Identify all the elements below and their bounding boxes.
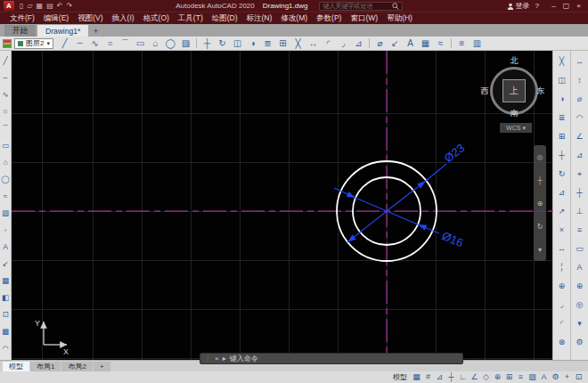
- inner-diameter-dim-line[interactable]: [334, 188, 355, 198]
- angular-dimension-icon[interactable]: ∠: [576, 127, 583, 146]
- menu-item[interactable]: 标注(N): [242, 13, 277, 24]
- polar-tracking-icon[interactable]: ∠: [469, 371, 480, 383]
- undo-icon[interactable]: ↶: [57, 1, 63, 11]
- tab-layout1[interactable]: 布局1: [30, 362, 61, 371]
- center-mark-icon[interactable]: ⌖: [577, 165, 582, 183]
- offset-tool-icon[interactable]: ≣: [559, 109, 566, 127]
- spline-tool-icon[interactable]: ≈: [4, 188, 8, 205]
- fillet-tool-icon[interactable]: ◜: [321, 37, 336, 50]
- text-tool-icon[interactable]: A: [403, 37, 418, 50]
- arc-tool-icon[interactable]: ⌒: [2, 120, 10, 137]
- grid-display-icon[interactable]: ▦: [411, 371, 422, 383]
- search-input[interactable]: [323, 3, 390, 9]
- polyline-icon[interactable]: ∿: [87, 37, 102, 50]
- workspace-switching-icon[interactable]: ⚙: [550, 371, 561, 383]
- tab-start[interactable]: 开始: [4, 25, 36, 37]
- mirror-tool-icon[interactable]: ◑: [559, 90, 564, 109]
- transparency-icon[interactable]: ▨: [527, 371, 538, 383]
- chamfer-tool-icon[interactable]: ◞: [336, 37, 351, 50]
- tab-drawing1[interactable]: Drawing1*: [37, 25, 88, 37]
- stretch-tool-icon[interactable]: ↗: [559, 202, 566, 221]
- line-tool-icon[interactable]: ╱: [57, 37, 72, 50]
- viewcube-top-face[interactable]: 上: [502, 79, 526, 102]
- sign-in-button[interactable]: 登录: [507, 1, 530, 11]
- line-tool-icon[interactable]: ╱: [3, 53, 7, 69]
- block-tool-icon[interactable]: ◧: [2, 289, 9, 306]
- pan-icon[interactable]: ┼: [537, 176, 543, 184]
- match-properties-icon[interactable]: ▥: [470, 37, 485, 50]
- annotation-visibility-icon[interactable]: A: [538, 371, 550, 383]
- menu-item[interactable]: 文件(F): [5, 13, 39, 24]
- object-snap-tracking-icon[interactable]: ⊕: [492, 371, 503, 383]
- plot-icon[interactable]: ▤: [46, 1, 53, 11]
- quick-dimension-icon[interactable]: ⊕: [576, 277, 584, 296]
- infer-constraints-icon[interactable]: ⊿: [434, 371, 445, 383]
- ellipse-tool-icon[interactable]: ◯: [163, 37, 178, 50]
- snap-mode-icon[interactable]: #: [422, 371, 434, 383]
- outer-diameter-dim-extension[interactable]: [426, 164, 446, 181]
- minimize-button[interactable]: –: [548, 1, 559, 11]
- menu-item[interactable]: 绘图(D): [208, 13, 242, 24]
- tab-model[interactable]: 模型: [3, 362, 29, 371]
- properties-icon[interactable]: ≡: [454, 37, 470, 50]
- maximize-button[interactable]: ▢: [560, 1, 572, 11]
- explode-tool-icon[interactable]: ⊗: [559, 333, 566, 352]
- join-tool-icon[interactable]: ⊕: [559, 277, 566, 296]
- ordinate-dimension-icon[interactable]: ⊿: [576, 146, 584, 165]
- dimension-style-icon[interactable]: ≡: [577, 221, 582, 240]
- break-tool-icon[interactable]: ╎: [559, 258, 564, 277]
- inner-diameter-dim-line[interactable]: [418, 224, 439, 233]
- clean-screen-icon[interactable]: ⊡: [573, 371, 584, 383]
- circle-tool-icon[interactable]: ○: [3, 103, 7, 120]
- menu-item[interactable]: 帮助(H): [382, 13, 417, 24]
- text-tool-icon[interactable]: A: [3, 239, 8, 256]
- arc-tool-icon[interactable]: ⌒: [118, 37, 133, 50]
- chamfer-tool-icon[interactable]: ◞: [560, 296, 564, 314]
- menu-item[interactable]: 工具(T): [174, 13, 208, 24]
- menu-item[interactable]: 编辑(E): [39, 13, 73, 24]
- multileader-tool-icon[interactable]: ↙: [2, 256, 8, 273]
- arc-length-dimension-icon[interactable]: ◠: [576, 109, 584, 127]
- menu-item[interactable]: 窗口(W): [346, 13, 382, 24]
- trim-tool-icon[interactable]: ×: [559, 221, 564, 240]
- application-menu-button[interactable]: A: [4, 1, 14, 11]
- leader-tool-icon[interactable]: ↙: [388, 37, 403, 50]
- help-button[interactable]: ?: [533, 2, 542, 10]
- scale-tool-icon[interactable]: ⊿: [559, 183, 566, 202]
- dimension-tool-icon[interactable]: ⌀: [372, 37, 388, 50]
- fillet-tool-icon[interactable]: ◜: [560, 314, 564, 333]
- toolbar-separator[interactable]: [451, 38, 452, 48]
- show-motion-icon[interactable]: ▾: [538, 246, 542, 254]
- rotate-tool-icon[interactable]: ↻: [215, 37, 230, 50]
- menu-item[interactable]: 插入(I): [108, 13, 139, 24]
- rectangle-tool-icon[interactable]: ▭: [2, 137, 9, 154]
- new-drawing-tab-button[interactable]: +: [90, 25, 102, 37]
- dynamic-input-icon[interactable]: ┼: [445, 371, 457, 383]
- region-tool-icon[interactable]: ▩: [2, 323, 9, 340]
- save-file-icon[interactable]: ▦: [37, 1, 44, 11]
- circle-tool-icon[interactable]: ○: [102, 37, 118, 50]
- copy-tool-icon[interactable]: ◫: [558, 71, 566, 90]
- search-icon[interactable]: [392, 3, 399, 10]
- lineweight-icon[interactable]: ≡: [515, 371, 527, 383]
- move-tool-icon[interactable]: ┼: [200, 37, 215, 50]
- aligned-dimension-icon[interactable]: ↕: [577, 71, 582, 90]
- annotation-monitor-icon[interactable]: +: [561, 371, 573, 383]
- search-box[interactable]: [319, 2, 403, 11]
- polygon-tool-icon[interactable]: ⌂: [148, 37, 163, 50]
- object-snap-icon[interactable]: ⊞: [503, 371, 515, 383]
- redo-icon[interactable]: ↷: [66, 1, 72, 11]
- command-prompt[interactable]: 键入命令: [230, 354, 258, 363]
- close-icon[interactable]: ×: [215, 354, 219, 363]
- full-navigation-wheel-icon[interactable]: ◎: [536, 153, 543, 161]
- copy-tool-icon[interactable]: ◫: [230, 37, 245, 50]
- linear-dimension-icon[interactable]: ↔: [576, 53, 584, 71]
- construction-line-icon[interactable]: ╌: [72, 37, 87, 50]
- trim-tool-icon[interactable]: ╳: [290, 37, 306, 50]
- construction-line-icon[interactable]: ╌: [3, 69, 7, 86]
- zoom-icon[interactable]: ⊕: [537, 200, 543, 208]
- offset-tool-icon[interactable]: ≣: [260, 37, 275, 50]
- hatch-tool-icon[interactable]: ▨: [2, 205, 9, 222]
- hatch-tool-icon[interactable]: ▨: [178, 37, 193, 50]
- orbit-icon[interactable]: ↻: [537, 223, 543, 231]
